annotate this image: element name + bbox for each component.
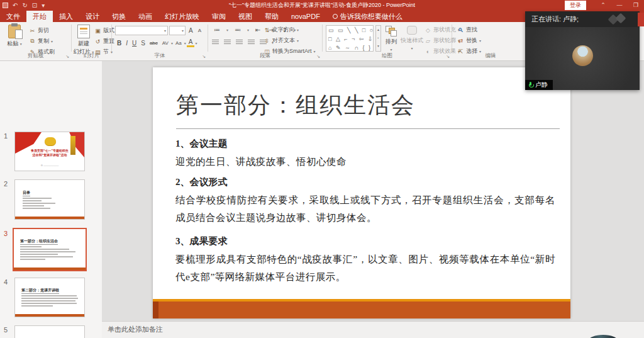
body-paragraph-1: 迎党的生日、讲战疫故事、悟初心使命 bbox=[175, 153, 555, 171]
arrange-icon bbox=[386, 26, 397, 36]
font-color-button[interactable]: A bbox=[187, 38, 195, 47]
clipboard-dialog-launcher-icon[interactable]: ↘ bbox=[65, 54, 69, 59]
slide-body-text[interactable]: 1、会议主题 迎党的生日、讲战疫故事、悟初心使命 2、会议形式 结合学校疫情防控… bbox=[175, 132, 555, 290]
slide-orange-bar bbox=[153, 301, 570, 318]
thumbnail-slide-4[interactable]: 第二部分：党课开讲啦 bbox=[14, 278, 85, 317]
body-heading-2: 2、会议形式 bbox=[175, 176, 555, 188]
floating-camera-bubble[interactable] bbox=[589, 335, 618, 338]
notes-placeholder[interactable]: 单击此处添加备注 bbox=[108, 325, 163, 334]
tab-design[interactable]: 设计 bbox=[79, 11, 106, 22]
align-left-icon[interactable] bbox=[212, 40, 219, 45]
arrange-button[interactable]: 排列 ▾ bbox=[383, 25, 399, 52]
slide-number-selected: 3 bbox=[4, 230, 8, 237]
align-text-button[interactable]: ⇳对齐文本▾ bbox=[264, 36, 316, 45]
thumbnail-slide-2[interactable]: 目录 bbox=[14, 179, 85, 220]
replace-button[interactable]: ⇄替换 ▾ bbox=[457, 36, 481, 45]
italic-button[interactable]: I bbox=[124, 40, 130, 47]
maximize-button[interactable]: ❐ bbox=[628, 0, 644, 11]
lightbulb-icon bbox=[333, 14, 338, 19]
speaking-status: 正在讲话: 卢静; bbox=[531, 15, 579, 23]
slide-number: 4 bbox=[4, 278, 8, 286]
meeting-app-logo-icon bbox=[607, 14, 632, 24]
shape-gallery[interactable]: ▭ ▭ ╲ ╲ □ ○ □ △ ⌐ ¬ ⇦ ⇩ ⌂ ✎ ～ ∩ { } bbox=[326, 25, 374, 52]
tab-insert[interactable]: 插入 bbox=[53, 11, 79, 22]
tab-view[interactable]: 视图 bbox=[232, 11, 258, 22]
tab-help[interactable]: 帮助 bbox=[258, 11, 285, 22]
align-text-icon: ⇳ bbox=[264, 38, 270, 44]
thumbnail-slide-5[interactable]: 抢先讲 “不忘初心、牢记使命” 卢静 bbox=[14, 325, 85, 338]
group-slides: 新建 幻灯片 ▾ ▣版式▾ ↺重置 ▤节▾ 幻灯片 bbox=[72, 22, 111, 60]
group-paragraph: ≔▾ ≕▾ ⇤ ⇥ ⇕▾ ▾ ⇅文字方向▾ ⇳对齐文本▾ ◫转换为SmartAr… bbox=[208, 22, 322, 60]
group-editing: 🔍︎查找 ⇄替换 ▾ ⇱选择 ▾ 编辑 bbox=[452, 22, 529, 60]
font-name-combobox[interactable]: ▾ bbox=[115, 26, 168, 35]
paste-button[interactable]: 粘贴 ▾ bbox=[4, 25, 25, 48]
group-font: ▾ ▾ A A B I U S abc AV▾ Aa▾ A▾ 字体 ↘ bbox=[112, 22, 208, 60]
powerpoint-window: ↶ ↻ ⊡ ▾ “七一”专题组织生活会和开展“党课开讲啦”活动-食质卢静2020… bbox=[0, 0, 644, 338]
slide-thumbnail-panel: 1 食质支部“七一”专题组织生 活会和“党课开讲啦”活动 ⊙ —————— 2 … bbox=[0, 61, 102, 338]
meeting-overlay[interactable]: 正在讲话: 卢静; 卢静 bbox=[525, 11, 640, 90]
search-icon: 🔍︎ bbox=[457, 27, 464, 33]
align-center-icon[interactable] bbox=[224, 40, 231, 45]
microphone-icon bbox=[528, 82, 533, 88]
dropdown-arrow-icon: ▾ bbox=[51, 39, 53, 43]
tab-novapdf[interactable]: novaPDF bbox=[285, 11, 326, 22]
strikethrough-button[interactable]: abc bbox=[148, 40, 160, 46]
tab-home[interactable]: 开始 bbox=[26, 11, 53, 22]
quick-styles-icon bbox=[407, 26, 417, 35]
shrink-font-button[interactable]: A bbox=[196, 28, 203, 33]
decrease-indent-icon[interactable]: ⇤ bbox=[253, 26, 262, 33]
slide-title[interactable]: 第一部分：组织生活会 bbox=[176, 90, 415, 121]
cut-button[interactable]: ✂剪切 bbox=[29, 26, 55, 35]
numbering-icon[interactable]: ≕ bbox=[233, 26, 243, 33]
text-shadow-button[interactable]: S bbox=[139, 40, 147, 47]
tab-file[interactable]: 文件 bbox=[0, 11, 26, 22]
quick-styles-button[interactable]: 快速样式 ▾ bbox=[401, 25, 423, 51]
grow-font-button[interactable]: A bbox=[187, 27, 195, 34]
dropdown-arrow-icon: ▾ bbox=[20, 42, 22, 46]
screen-edge-badge bbox=[638, 13, 644, 26]
thumbnail-slide-1[interactable]: 食质支部“七一”专题组织生 活会和“党课开讲啦”活动 ⊙ —————— bbox=[14, 132, 85, 171]
ribbon-display-options-icon[interactable]: ⌃ bbox=[595, 0, 611, 11]
font-dialog-launcher-icon[interactable]: ↘ bbox=[202, 54, 206, 59]
tab-review[interactable]: 审阅 bbox=[206, 11, 232, 22]
new-slide-button[interactable]: 新建 幻灯片 ▾ bbox=[73, 25, 94, 56]
character-spacing-button[interactable]: AV bbox=[160, 40, 170, 46]
drawing-dialog-launcher-icon[interactable]: ↘ bbox=[446, 54, 450, 59]
tab-transitions[interactable]: 切换 bbox=[106, 11, 132, 22]
body-heading-1: 1、会议主题 bbox=[175, 138, 555, 150]
meeting-overlay-header: 正在讲话: 卢静; bbox=[525, 11, 640, 27]
copy-icon: ⧉ bbox=[29, 38, 36, 45]
minimize-button[interactable]: — bbox=[611, 0, 628, 11]
tab-animations[interactable]: 动画 bbox=[132, 11, 158, 22]
shape-fill-icon: ◇ bbox=[425, 27, 431, 33]
participant-video[interactable]: 卢静 bbox=[525, 27, 640, 90]
participant-name: 卢静 bbox=[535, 81, 548, 89]
window-title: “七一”专题组织生活会和开展“党课开讲啦”活动-食质卢静2020 - Power… bbox=[0, 0, 644, 11]
slide-canvas[interactable]: 第一部分：组织生活会 1、会议主题 迎党的生日、讲战疫故事、悟初心使命 2、会议… bbox=[153, 67, 570, 318]
find-button[interactable]: 🔍︎查找 bbox=[457, 25, 481, 35]
align-right-icon[interactable] bbox=[236, 40, 243, 45]
justify-icon[interactable] bbox=[248, 40, 255, 45]
text-direction-button[interactable]: ⇅文字方向▾ bbox=[264, 25, 316, 35]
tell-me-box[interactable]: 告诉我你想要做什么 bbox=[326, 11, 409, 22]
font-size-combobox[interactable]: ▾ bbox=[169, 26, 186, 35]
new-slide-icon bbox=[77, 25, 90, 38]
copy-button[interactable]: ⧉复制 ▾ bbox=[29, 37, 55, 46]
body-paragraph-3: 要梳理形成具有支部特色的“战疫故事汇”，以文章、图片、视频等载体在本单位“新时代… bbox=[175, 251, 555, 286]
notes-pane[interactable]: 单击此处添加备注 bbox=[102, 321, 644, 338]
login-button[interactable]: 登录 bbox=[565, 1, 586, 10]
paste-icon bbox=[8, 25, 21, 38]
slide-number: 2 bbox=[4, 180, 8, 188]
thumbnail-slide-3-selected[interactable]: 第一部分：组织生活会 bbox=[13, 228, 87, 271]
bold-button[interactable]: B bbox=[115, 40, 123, 47]
body-paragraph-2: 结合学校疫情防控有关要求，采取线上或线下方式，召开专题组织生活会，支部每名成员结… bbox=[175, 191, 555, 227]
group-drawing: ▭ ▭ ╲ ╲ □ ○ □ △ ⌐ ¬ ⇦ ⇩ ⌂ ✎ ～ ∩ { } ▲▪▼ … bbox=[323, 22, 452, 60]
body-heading-3: 3、成果要求 bbox=[175, 235, 555, 247]
change-case-button[interactable]: Aa bbox=[174, 40, 184, 46]
slide-number: 1 bbox=[4, 132, 8, 140]
shape-gallery-scrollbar[interactable]: ▲▪▼ bbox=[375, 25, 381, 52]
tab-slideshow[interactable]: 幻灯片放映 bbox=[158, 11, 206, 22]
bullets-icon[interactable]: ≔ bbox=[212, 26, 222, 33]
underline-button[interactable]: U bbox=[130, 40, 138, 47]
paragraph-dialog-launcher-icon[interactable]: ↘ bbox=[316, 54, 320, 59]
